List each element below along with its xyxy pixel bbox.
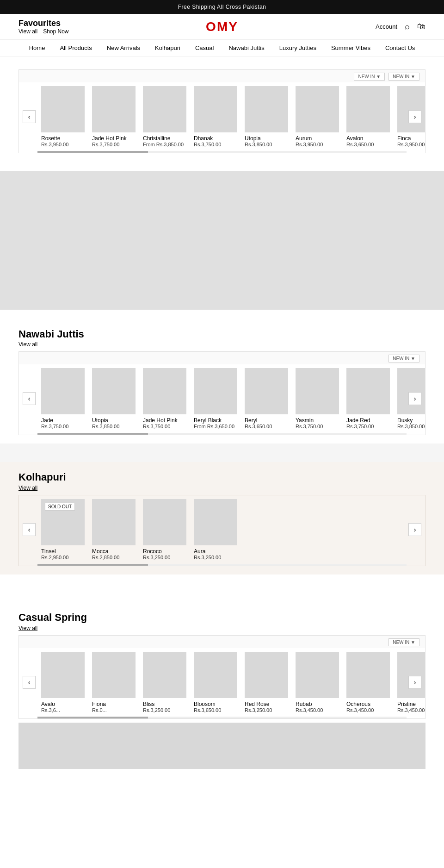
search-icon[interactable]: ⌕ <box>405 22 410 31</box>
product-name: Fiona <box>92 701 136 707</box>
hero-banner <box>0 171 444 310</box>
casual-carousel: NEW IN ▼ ‹ Avalo Rs.3,6... Fiona Rs.0... <box>18 635 426 719</box>
product-image <box>194 652 237 698</box>
product-name: Pristine <box>397 701 425 707</box>
product-img-wrapper <box>397 652 425 698</box>
product-name: Utopia <box>245 135 288 142</box>
product-card[interactable]: Rococo Rs.3,250.00 <box>139 495 190 564</box>
nav-home[interactable]: Home <box>27 40 47 56</box>
product-img-wrapper <box>143 86 186 132</box>
product-image <box>143 86 186 132</box>
product-card[interactable]: Mocca Rs.2,850.00 <box>88 495 139 564</box>
product-img-wrapper <box>245 86 288 132</box>
product-card[interactable]: Yasmin Rs.3,750.00 <box>292 364 343 433</box>
product-image <box>92 368 136 414</box>
new-in-badge-nawabi[interactable]: NEW IN ▼ <box>388 355 419 362</box>
product-card[interactable]: Avalon Rs.3,650.00 <box>343 82 394 151</box>
product-image <box>41 86 85 132</box>
product-card[interactable]: Beryl Black From Rs.3,650.00 <box>190 364 241 433</box>
nav-nawabi-juttis[interactable]: Nawabi Juttis <box>227 40 266 56</box>
product-img-wrapper <box>143 368 186 414</box>
carousel-prev-nawabi[interactable]: ‹ <box>23 392 36 405</box>
carousel-scrollbar-casual[interactable] <box>37 717 407 718</box>
carousel-scrollbar-kolhapuri[interactable] <box>37 564 407 566</box>
carousel-next-fav[interactable]: › <box>408 110 421 123</box>
product-name: Beryl <box>245 417 288 424</box>
product-card[interactable]: Utopia Rs.3,850.00 <box>88 364 139 433</box>
product-name: Utopia <box>92 417 136 424</box>
nawabi-carousel: NEW IN ▼ ‹ Jade Rs.3,750.00 Utopia Rs.3,… <box>18 351 426 435</box>
product-name: Tinsel <box>41 548 85 555</box>
product-card[interactable]: Utopia Rs.3,850.00 <box>241 82 292 151</box>
new-in-badge-fav2[interactable]: NEW IN ▼ <box>388 73 419 81</box>
header-right: Account ⌕ 🛍 <box>376 22 426 31</box>
product-card[interactable]: Rosette Rs.3,950.00 <box>37 82 88 151</box>
carousel-next-nawabi[interactable]: › <box>408 392 421 405</box>
nav-contact-us[interactable]: Contact Us <box>383 40 417 56</box>
product-card[interactable]: Aurum Rs.3,950.00 <box>292 82 343 151</box>
product-card[interactable]: Avalo Rs.3,6... <box>37 648 88 717</box>
casual-view-all[interactable]: View all <box>18 625 37 631</box>
product-img-wrapper <box>194 86 237 132</box>
product-card[interactable]: Dhanak Rs.3,750.00 <box>190 82 241 151</box>
product-card[interactable]: Jade Rs.3,750.00 <box>37 364 88 433</box>
new-in-badge-fav1[interactable]: NEW IN ▼ <box>354 73 385 81</box>
product-name: Jade Hot Pink <box>92 135 136 142</box>
site-logo[interactable]: OMY <box>206 19 238 34</box>
product-card[interactable]: Aura Rs.3,250.00 <box>190 495 241 564</box>
cart-icon[interactable]: 🛍 <box>417 22 426 31</box>
product-price: From Rs.3,850.00 <box>143 142 186 147</box>
nav-summer-vibes[interactable]: Summer Vibes <box>329 40 372 56</box>
kolhapuri-section: Kolhapuri View all ‹ SOLD OUT Tinsel Rs.… <box>0 462 444 575</box>
shop-now-link[interactable]: Shop Now <box>43 28 68 35</box>
casual-section: Casual Spring View all NEW IN ▼ ‹ Avalo … <box>0 602 444 777</box>
carousel-scrollbar-fav[interactable] <box>37 151 407 153</box>
nav-casual[interactable]: Casual <box>193 40 216 56</box>
product-img-wrapper <box>143 652 186 698</box>
product-price: Rs.3,750.00 <box>194 142 237 147</box>
product-img-wrapper <box>397 368 425 414</box>
product-card[interactable]: Ocherous Rs.3,450.00 <box>343 648 394 717</box>
carousel-next-casual[interactable]: › <box>408 676 421 689</box>
product-price: Rs.0... <box>92 707 136 713</box>
product-card[interactable]: Jade Red Rs.3,750.00 <box>343 364 394 433</box>
product-img-wrapper <box>346 86 390 132</box>
view-all-link[interactable]: View all <box>18 28 37 35</box>
product-price: From Rs.3,650.00 <box>194 424 237 429</box>
product-name: Rosette <box>41 135 85 142</box>
product-name: Bliss <box>143 701 186 707</box>
kolhapuri-view-all[interactable]: View all <box>18 485 37 491</box>
nav-new-arrivals[interactable]: New Arrivals <box>105 40 142 56</box>
carousel-next-kolhapuri[interactable]: › <box>408 523 421 536</box>
product-card[interactable]: SOLD OUT Tinsel Rs.2,950.00 <box>37 495 88 564</box>
nav-kolhapuri[interactable]: Kolhapuri <box>153 40 182 56</box>
product-card[interactable]: Rubab Rs.3,450.00 <box>292 648 343 717</box>
carousel-scrollbar-fill-casual <box>37 717 148 718</box>
carousel-prev-kolhapuri[interactable]: ‹ <box>23 523 36 536</box>
product-price: Rs.3,250.00 <box>194 555 237 560</box>
sold-out-badge: SOLD OUT <box>45 503 75 511</box>
account-label[interactable]: Account <box>376 23 397 30</box>
carousel-scrollbar-nawabi[interactable] <box>37 433 407 435</box>
product-card[interactable]: Red Rose Rs.3,250.00 <box>241 648 292 717</box>
product-card[interactable]: Beryl Rs.3,650.00 <box>241 364 292 433</box>
product-card[interactable]: Christalline From Rs.3,850.00 <box>139 82 190 151</box>
product-card[interactable]: Fiona Rs.0... <box>88 648 139 717</box>
product-card[interactable]: Bloosom Rs.3,650.00 <box>190 648 241 717</box>
product-name: Aurum <box>296 135 339 142</box>
nav-luxury-jutties[interactable]: Luxury Jutties <box>278 40 318 56</box>
nav-all-products[interactable]: All Products <box>58 40 93 56</box>
product-name: Yasmin <box>296 417 339 424</box>
product-card[interactable]: Bliss Rs.3,250.00 <box>139 648 190 717</box>
product-img-wrapper <box>194 368 237 414</box>
product-img-wrapper <box>92 499 136 545</box>
carousel-prev-casual[interactable]: ‹ <box>23 676 36 689</box>
product-img-wrapper <box>296 368 339 414</box>
product-img-wrapper <box>41 652 85 698</box>
new-in-badge-casual[interactable]: NEW IN ▼ <box>388 638 419 646</box>
nawabi-view-all[interactable]: View all <box>18 341 426 348</box>
carousel-prev-fav[interactable]: ‹ <box>23 110 36 123</box>
product-card[interactable]: Jade Hot Pink Rs.3,750.00 <box>139 364 190 433</box>
product-card[interactable]: Jade Hot Pink Rs.3,750.00 <box>88 82 139 151</box>
product-price: Rs.3,450.00 <box>346 707 390 713</box>
